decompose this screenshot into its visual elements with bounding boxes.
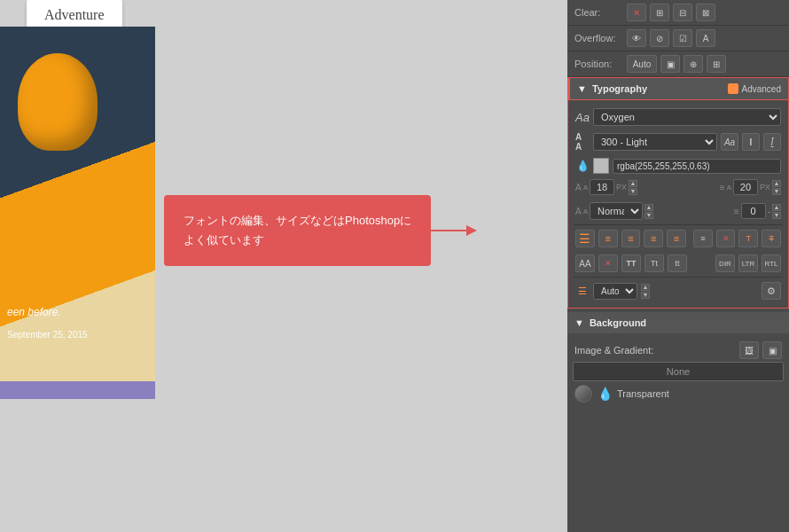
position-auto-btn[interactable]: Auto <box>627 55 657 73</box>
spacing-down-btn[interactable]: ▼ <box>772 212 781 219</box>
position-label: Position: <box>574 59 623 69</box>
size-unit: PX <box>616 183 627 192</box>
clear-x-icon[interactable]: ✕ <box>627 4 646 21</box>
align-list-icon[interactable]: ☰ <box>575 230 595 247</box>
rtl-btn[interactable]: RTL <box>762 254 781 272</box>
ltr-btn[interactable]: LTR <box>738 254 758 272</box>
line-height-group: ≡ A PX ▲ ▼ <box>720 179 781 195</box>
image-gradient-label: Image & Gradient: <box>574 345 653 356</box>
position-icon-1[interactable]: ▣ <box>660 55 680 73</box>
adventure-label: Adventure <box>44 7 105 22</box>
line-height-input[interactable] <box>733 179 758 195</box>
line-height-down-btn[interactable]: ▼ <box>772 188 781 195</box>
normal-spinner: ▲ ▼ <box>644 204 653 219</box>
size-down-btn[interactable]: ▼ <box>629 188 637 195</box>
font-normal-btn[interactable]: Aa <box>721 133 738 151</box>
normal-select[interactable]: Normal <box>590 202 643 220</box>
font-italic-btn[interactable]: I <box>742 133 760 151</box>
position-row: Position: Auto ▣ ⊕ ⊞ <box>567 51 789 77</box>
gradient-icon[interactable] <box>574 385 592 403</box>
position-icon-2[interactable]: ⊕ <box>684 55 703 73</box>
clear-icon-2[interactable]: ⊟ <box>673 4 692 21</box>
color-swatch[interactable] <box>593 158 609 174</box>
image-gradient-row: Image & Gradient: 🖼 ▣ <box>573 339 784 362</box>
position-icon-3[interactable]: ⊞ <box>707 55 726 73</box>
case-aa-btn[interactable]: AA <box>575 254 595 272</box>
balloon-bg: een before. September 25, 2015 <box>0 27 155 399</box>
font-family-select[interactable]: Oxygen <box>593 108 781 126</box>
font-weight-select[interactable]: 300 - Light <box>593 133 717 151</box>
size-up-btn[interactable]: ▲ <box>629 180 637 187</box>
gear-btn[interactable]: ⚙ <box>762 282 781 300</box>
image-icon-btn2[interactable]: ▣ <box>762 341 782 359</box>
normal-down-btn[interactable]: ▼ <box>644 212 653 219</box>
align-center-btn[interactable]: ≡ <box>621 230 641 247</box>
overflow-icon-2[interactable]: ⊘ <box>650 29 669 47</box>
clear-row: Clear: ✕ ⊞ ⊟ ⊠ <box>567 0 789 26</box>
font-aa-icon: Aa <box>575 110 590 124</box>
background-collapse-icon: ▼ <box>574 317 584 328</box>
transform-row: AA ✕ TT Tt tt DIR LTR RTL <box>574 252 783 275</box>
line-height-up-btn[interactable]: ▲ <box>772 180 781 187</box>
balloon-shape <box>18 53 98 151</box>
font-family-row: Aa Oxygen <box>574 106 783 129</box>
transform-x-btn[interactable]: ✕ <box>716 230 736 247</box>
align-right-btn[interactable]: ≡ <box>644 230 663 247</box>
drop-icon[interactable]: 💧 <box>598 385 612 403</box>
size-spinner: ▲ ▼ <box>629 180 637 195</box>
spacing-up-btn[interactable]: ▲ <box>772 204 781 211</box>
dir-btn[interactable]: DIR <box>715 254 735 272</box>
background-label: Background <box>590 317 646 328</box>
divider-2 <box>574 277 783 278</box>
case-tt3-btn[interactable]: tt <box>668 254 687 272</box>
typography-collapse-icon: ▼ <box>577 83 587 94</box>
transform-t-btn[interactable]: T <box>738 230 758 247</box>
color-value-display[interactable]: rgba(255,255,255,0.63) <box>613 159 781 174</box>
spacing-input[interactable] <box>741 203 766 219</box>
balloon-image: een before. September 25, 2015 <box>0 27 155 399</box>
align-left-btn[interactable]: ≡ <box>598 230 618 247</box>
line-height-subicon: A <box>727 184 731 192</box>
typography-header-left: ▼ Typography <box>577 83 647 94</box>
overflow-icon-3[interactable]: ☑ <box>673 29 692 47</box>
auto-down-btn[interactable]: ▼ <box>641 292 650 299</box>
image-icon-btn[interactable]: 🖼 <box>739 341 759 359</box>
tooltip-arrow-head <box>466 225 477 236</box>
case-tt2-btn[interactable]: Tt <box>644 254 664 272</box>
overflow-label: Overflow: <box>574 33 623 43</box>
spacing-dash: - <box>768 207 770 216</box>
typography-header-right: Advanced <box>728 83 781 94</box>
font-italic2-btn[interactable]: Ī <box>763 133 781 151</box>
clear-icon-1[interactable]: ⊞ <box>650 4 669 21</box>
line-height-spinner: ▲ ▼ <box>772 180 781 195</box>
typography-section-header[interactable]: ▼ Typography Advanced <box>567 77 789 100</box>
typography-label: Typography <box>592 83 647 94</box>
normal-up-btn[interactable]: ▲ <box>644 204 653 211</box>
auto-up-btn[interactable]: ▲ <box>641 284 650 291</box>
line-height-unit: PX <box>760 183 770 192</box>
font-weight-row: A A 300 - Light Aa I Ī <box>574 130 783 153</box>
transform-t2-btn[interactable]: T <box>762 230 781 247</box>
typography-advanced-label: Advanced <box>742 84 781 94</box>
case-x-btn[interactable]: ✕ <box>598 254 618 272</box>
tooltip-text: フォントの編集、サイズなどはPhotoshopに よく似ています <box>184 214 411 246</box>
case-tt-btn[interactable]: TT <box>621 254 641 272</box>
transparent-row: 💧 Transparent <box>573 381 784 406</box>
align-justify-btn[interactable]: ≡ <box>667 230 686 247</box>
none-bar: None <box>573 362 784 381</box>
font-weight-icon: A A <box>575 135 590 149</box>
font-size-input[interactable] <box>590 179 614 195</box>
transparent-label: Transparent <box>617 388 669 399</box>
tooltip-arrow-line <box>431 230 475 231</box>
overflow-icon-eye[interactable]: 👁 <box>627 29 646 47</box>
transform-icon1[interactable]: ≡ <box>693 230 713 247</box>
clear-label: Clear: <box>574 7 623 18</box>
color-row: 💧 rgba(255,255,255,0.63) <box>574 155 783 176</box>
clear-icon-3[interactable]: ⊠ <box>696 4 715 21</box>
date-text: September 25, 2015 <box>7 325 88 341</box>
spacing-icon: ≡ <box>734 207 739 216</box>
background-section-header[interactable]: ▼ Background <box>567 312 789 333</box>
typography-color-indicator <box>728 83 738 94</box>
auto-select[interactable]: Auto <box>593 283 637 300</box>
overflow-icon-4[interactable]: A <box>696 29 715 47</box>
